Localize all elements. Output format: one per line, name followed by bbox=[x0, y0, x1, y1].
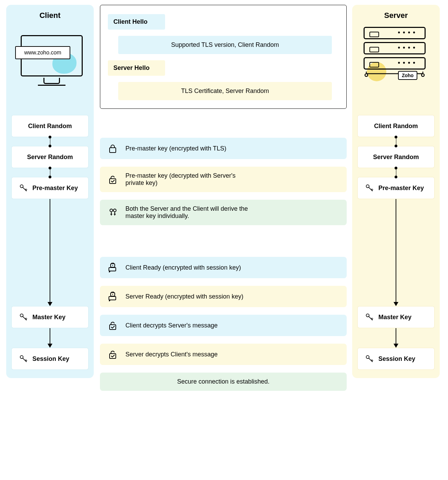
server-hello-label: Server Hello bbox=[108, 60, 165, 76]
step-server-ready: Server Ready (encrypted with session key… bbox=[100, 286, 347, 307]
label: Pre-master Key bbox=[378, 185, 424, 192]
unlock-check-icon bbox=[108, 174, 118, 185]
monitor-base bbox=[38, 85, 65, 86]
server-rack-icon bbox=[364, 42, 426, 54]
step-text: Server decrypts Client's message bbox=[125, 351, 218, 358]
step-text: Client Ready (encrypted with session key… bbox=[125, 264, 241, 271]
lock-icon bbox=[108, 143, 118, 154]
step-text: Pre-master key (encrypted with TLS) bbox=[125, 145, 226, 152]
connector bbox=[396, 168, 396, 177]
monitor-stand bbox=[43, 78, 60, 84]
connector bbox=[50, 137, 50, 146]
server-title: Server bbox=[384, 11, 408, 20]
step-text: Both the Server and the Client will deri… bbox=[125, 205, 250, 220]
key-icon bbox=[19, 355, 28, 363]
step-client-decrypts: Client decrypts Server's message bbox=[100, 315, 347, 336]
server-rack-icon bbox=[364, 57, 426, 70]
hello-frame: Client Hello Supported TLS version, Clie… bbox=[100, 5, 347, 109]
unlock-check-icon bbox=[108, 349, 118, 359]
lock-chat-icon bbox=[108, 291, 118, 302]
label: Pre-master Key bbox=[32, 185, 78, 192]
connector bbox=[396, 137, 396, 146]
unlock-check-icon bbox=[108, 320, 118, 331]
key-icon bbox=[365, 313, 374, 321]
step-server-decrypts: Server decrypts Client's message bbox=[100, 344, 347, 365]
server-zoho-chip: Zoho bbox=[398, 71, 417, 80]
label: Session Key bbox=[32, 355, 69, 363]
client-premaster-box: Pre-master Key bbox=[11, 177, 89, 199]
client-column: Client www.zoho.com Client Random Server… bbox=[6, 5, 94, 378]
step-text: Client decrypts Server's message bbox=[125, 322, 218, 329]
server-illustration: Zoho bbox=[362, 25, 430, 87]
handshake-center: Client Hello Supported TLS version, Clie… bbox=[100, 5, 347, 398]
client-session-box: Session Key bbox=[11, 348, 89, 370]
keys-bunch-icon bbox=[108, 207, 118, 218]
step-derive-master: Both the Server and the Client will deri… bbox=[100, 200, 347, 225]
key-icon bbox=[365, 184, 374, 192]
label: Master Key bbox=[378, 314, 411, 321]
lock-chat-icon bbox=[108, 262, 118, 273]
client-server-random-box: Server Random bbox=[11, 146, 89, 168]
label: Session Key bbox=[378, 355, 415, 363]
step-premaster-encrypted: Pre-master key (encrypted with TLS) bbox=[100, 138, 347, 159]
step-final: Secure connection is established. bbox=[100, 373, 347, 391]
server-rack-icon bbox=[364, 27, 426, 39]
server-premaster-box: Pre-master Key bbox=[357, 177, 435, 199]
client-hello-label: Client Hello bbox=[108, 14, 165, 30]
server-session-box: Session Key bbox=[357, 348, 435, 370]
client-client-random-box: Client Random bbox=[11, 115, 89, 137]
spacer bbox=[100, 233, 347, 257]
client-master-box: Master Key bbox=[11, 306, 89, 328]
browser-url-chip: www.zoho.com bbox=[15, 46, 70, 59]
step-premaster-decrypted: Pre-master key (decrypted with Server's … bbox=[100, 167, 347, 192]
label: Master Key bbox=[32, 314, 65, 321]
step-client-ready: Client Ready (encrypted with session key… bbox=[100, 257, 347, 278]
client-title: Client bbox=[39, 11, 60, 20]
server-master-box: Master Key bbox=[357, 306, 435, 328]
server-column: Server Zoho Client Random Server Random … bbox=[352, 5, 440, 378]
step-text: Pre-master key (decrypted with Server's … bbox=[125, 172, 236, 187]
key-icon bbox=[19, 184, 28, 192]
client-hello-bar: Supported TLS version, Client Random bbox=[118, 36, 332, 54]
server-hello-bar: TLS Certificate, Server Random bbox=[118, 82, 332, 100]
server-server-random-box: Server Random bbox=[357, 146, 435, 168]
key-icon bbox=[19, 313, 28, 321]
step-text: Secure connection is established. bbox=[177, 378, 269, 385]
connector bbox=[50, 168, 50, 177]
key-icon bbox=[365, 355, 374, 363]
client-illustration: www.zoho.com bbox=[17, 25, 83, 84]
step-text: Server Ready (encrypted with session key… bbox=[125, 293, 243, 300]
server-client-random-box: Client Random bbox=[357, 115, 435, 137]
